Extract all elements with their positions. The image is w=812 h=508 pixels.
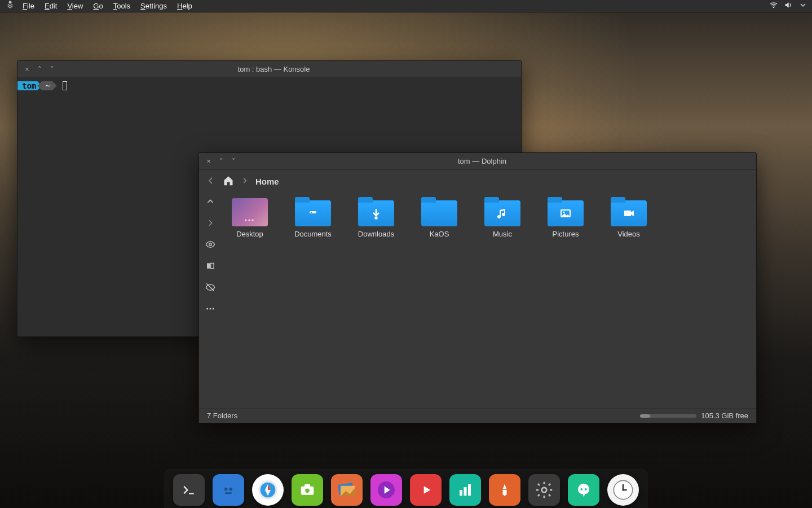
dock-files[interactable]: [213, 474, 244, 506]
dolphin-sidebar: [199, 192, 222, 408]
menu-settings[interactable]: Settings: [140, 2, 167, 10]
folder-label: Documents: [294, 230, 332, 238]
dock-photos[interactable]: [331, 474, 363, 506]
dock-browser[interactable]: [252, 474, 284, 506]
distro-logo-icon[interactable]: [5, 0, 16, 12]
prompt-path: ~: [37, 81, 56, 90]
svg-rect-3: [207, 263, 210, 268]
folder-downloads[interactable]: Downloads: [354, 197, 399, 238]
menu-tools[interactable]: Tools: [113, 2, 130, 10]
desktop-thumb-icon: [232, 198, 268, 226]
dock-writer[interactable]: [489, 474, 520, 506]
nav-back-icon[interactable]: [206, 176, 216, 187]
konsole-title: tom : bash — Konsole: [56, 65, 492, 73]
menu-view[interactable]: View: [67, 2, 83, 10]
dock-chat[interactable]: [568, 474, 599, 506]
window-maximize-icon[interactable]: ˄: [36, 65, 43, 73]
dock: [164, 468, 648, 508]
window-minimize-icon[interactable]: ˅: [230, 157, 237, 165]
sidebar-forward-icon[interactable]: [205, 217, 216, 229]
window-maximize-icon[interactable]: ˄: [217, 157, 225, 165]
folder-icon: [611, 200, 647, 226]
folder-label: Downloads: [358, 230, 394, 238]
svg-point-38: [585, 488, 587, 491]
folder-desktop[interactable]: Desktop: [227, 197, 272, 238]
svg-rect-35: [468, 484, 471, 496]
dolphin-window: × ˄ ˅ tom — Dolphin Home DesktopDocument…: [198, 152, 757, 423]
folder-kaos[interactable]: KaOS: [417, 197, 462, 238]
dock-screenshot[interactable]: [292, 474, 323, 506]
dock-youtube[interactable]: [410, 474, 442, 506]
konsole-titlebar[interactable]: × ˄ ˅ tom : bash — Konsole: [17, 61, 521, 78]
folder-icon: [548, 200, 584, 226]
status-folder-count: 7 Folders: [207, 411, 237, 420]
dock-media[interactable]: [370, 474, 402, 506]
dolphin-titlebar[interactable]: × ˄ ˅ tom — Dolphin: [199, 153, 756, 170]
dock-terminal[interactable]: [173, 474, 205, 506]
folder-label: Pictures: [553, 230, 579, 238]
volume-icon[interactable]: [784, 1, 793, 11]
dock-stats[interactable]: [449, 474, 481, 506]
sidebar-up-icon[interactable]: [205, 196, 216, 207]
svg-point-0: [9, 1, 12, 4]
folder-documents[interactable]: Documents: [290, 197, 336, 238]
folder-label: Videos: [617, 230, 640, 238]
menu-go[interactable]: Go: [93, 2, 103, 10]
svg-point-13: [563, 212, 565, 213]
window-minimize-icon[interactable]: ˅: [48, 65, 56, 73]
folder-music[interactable]: Music: [480, 197, 525, 238]
dolphin-statusbar: 7 Folders 105.3 GiB free: [199, 408, 756, 423]
svg-rect-4: [211, 263, 214, 268]
svg-point-11: [376, 217, 377, 219]
global-menubar: File Edit View Go Tools Settings Help: [0, 0, 812, 12]
svg-point-7: [210, 308, 211, 310]
tray-expand-icon[interactable]: [798, 1, 807, 11]
menubar-items: File Edit View Go Tools Settings Help: [23, 2, 192, 10]
svg-point-36: [542, 488, 547, 493]
sidebar-hidden-icon[interactable]: [205, 282, 216, 293]
menu-help[interactable]: Help: [177, 2, 192, 10]
dock-clock[interactable]: [607, 474, 639, 506]
folder-icon: [295, 200, 331, 226]
menu-edit[interactable]: Edit: [45, 2, 57, 10]
wifi-icon[interactable]: [769, 1, 778, 11]
dolphin-file-grid[interactable]: DesktopDocumentsDownloadsKaOSMusicPictur…: [222, 192, 756, 408]
folder-label: Music: [493, 230, 512, 238]
folder-icon: [421, 200, 457, 226]
dolphin-toolbar: Home: [199, 170, 756, 192]
svg-rect-34: [464, 487, 467, 496]
folder-pictures[interactable]: Pictures: [543, 197, 588, 238]
window-close-icon[interactable]: ×: [23, 65, 31, 73]
svg-rect-14: [624, 211, 631, 216]
svg-rect-9: [310, 211, 316, 213]
folder-label: KaOS: [430, 230, 449, 238]
status-disk-free: 105.3 GiB free: [701, 411, 748, 420]
window-close-icon[interactable]: ×: [205, 157, 213, 165]
svg-point-37: [580, 488, 582, 491]
svg-point-18: [229, 488, 232, 491]
folder-icon: [358, 200, 394, 226]
svg-rect-25: [304, 484, 310, 487]
system-tray: [769, 1, 807, 11]
folder-label: Desktop: [236, 230, 263, 238]
folder-videos[interactable]: Videos: [606, 197, 651, 238]
breadcrumb-sep-icon: [241, 177, 249, 186]
breadcrumb-current[interactable]: Home: [255, 177, 279, 186]
breadcrumb-home-icon[interactable]: [223, 175, 234, 188]
svg-point-42: [622, 489, 624, 491]
svg-point-24: [305, 489, 310, 493]
svg-point-17: [224, 488, 228, 491]
folder-icon: [484, 200, 520, 226]
menu-file[interactable]: File: [23, 2, 34, 10]
svg-point-10: [311, 212, 312, 213]
svg-rect-33: [460, 490, 462, 496]
svg-point-8: [213, 308, 214, 310]
sidebar-split-icon[interactable]: [205, 260, 216, 271]
svg-point-2: [209, 243, 212, 246]
sidebar-preview-icon[interactable]: [205, 239, 216, 250]
disk-usage-bar: [640, 414, 696, 418]
dolphin-title: tom — Dolphin: [237, 157, 727, 165]
dock-settings[interactable]: [528, 474, 560, 506]
sidebar-more-icon[interactable]: [205, 303, 216, 314]
svg-point-6: [206, 308, 208, 310]
